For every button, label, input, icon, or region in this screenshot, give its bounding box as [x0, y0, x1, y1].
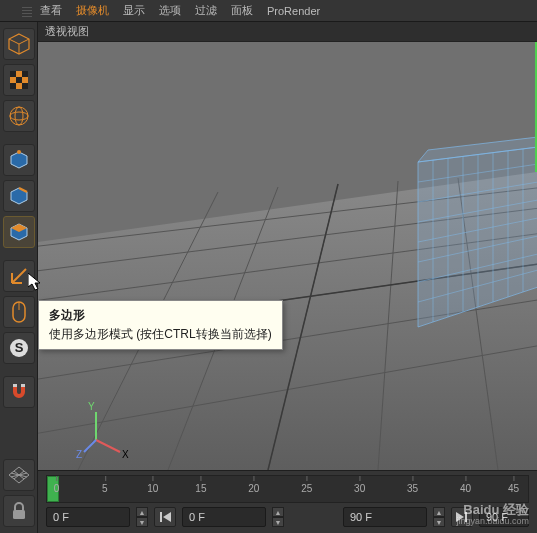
s-badge-icon: S: [8, 337, 30, 359]
svg-rect-29: [13, 510, 25, 519]
svg-rect-7: [22, 83, 28, 89]
axis-mode-button[interactable]: [3, 260, 35, 292]
mode-toolbar: S: [0, 22, 38, 533]
svg-point-9: [10, 112, 28, 120]
end-stepper[interactable]: ▲▼: [433, 507, 445, 527]
svg-text:Y: Y: [88, 401, 95, 412]
svg-rect-5: [16, 77, 22, 83]
cube-point-icon: [8, 149, 30, 171]
tooltip-title: 多边形: [49, 307, 272, 324]
checker-icon: [8, 69, 30, 91]
tick-15: 15: [195, 483, 206, 494]
svg-marker-11: [11, 152, 27, 168]
menu-prorender[interactable]: ProRender: [267, 5, 320, 17]
menu-bar: 查看 摄像机 显示 选项 过滤 面板 ProRender: [0, 0, 537, 22]
menu-view[interactable]: 查看: [40, 3, 62, 18]
polygon-mode-tooltip: 多边形 使用多边形模式 (按住CTRL转换当前选择): [38, 300, 283, 350]
svg-rect-4: [22, 71, 28, 77]
perspective-viewport[interactable]: Y X Z: [38, 42, 537, 470]
svg-line-17: [12, 269, 26, 283]
workplane-button[interactable]: [3, 459, 35, 491]
goto-start-icon: [159, 512, 171, 522]
lock-icon: [10, 501, 28, 521]
goto-start-button[interactable]: [154, 507, 176, 527]
tick-0: 0: [54, 483, 60, 494]
watermark-url: jingyan.baidu.com: [456, 517, 529, 527]
end-frame-field[interactable]: 90 F: [343, 507, 427, 527]
tick-45: 45: [508, 483, 519, 494]
mouse-icon: [9, 300, 29, 324]
start-stepper[interactable]: ▲▼: [272, 507, 284, 527]
svg-point-10: [15, 107, 23, 125]
viewport-title: 透视视图: [45, 24, 89, 39]
sculpt-mode-button[interactable]: [3, 296, 35, 328]
magnet-button[interactable]: [3, 376, 35, 408]
cube-wire-icon: [7, 32, 31, 56]
start-frame-field[interactable]: 0 F: [182, 507, 266, 527]
lock-button[interactable]: [3, 495, 35, 527]
current-frame-field[interactable]: 0 F: [46, 507, 130, 527]
grid-diamond-icon: [7, 465, 31, 485]
svg-marker-69: [163, 512, 171, 522]
menu-filter[interactable]: 过滤: [195, 3, 217, 18]
point-mode-button[interactable]: [3, 144, 35, 176]
svg-point-8: [10, 107, 28, 125]
tick-30: 30: [354, 483, 365, 494]
viewport-title-bar: 透视视图: [0, 22, 537, 42]
magnet-icon: [8, 381, 30, 403]
tick-25: 25: [301, 483, 312, 494]
menu-camera[interactable]: 摄像机: [76, 3, 109, 18]
viewport-canvas-icon: Y X Z: [38, 42, 537, 470]
frame-stepper[interactable]: ▲▼: [136, 507, 148, 527]
svg-rect-70: [160, 512, 162, 522]
uv-mode-button[interactable]: [3, 100, 35, 132]
tick-10: 10: [147, 483, 158, 494]
tooltip-body: 使用多边形模式 (按住CTRL转换当前选择): [49, 326, 272, 343]
tick-5: 5: [102, 483, 108, 494]
timeline-ruler[interactable]: 0 5 10 15 20 25 30 35 40 45: [46, 475, 529, 503]
axis-icon: [8, 265, 30, 287]
sphere-grid-icon: [8, 105, 30, 127]
snap-button[interactable]: S: [3, 332, 35, 364]
texture-mode-button[interactable]: [3, 64, 35, 96]
svg-rect-23: [21, 384, 25, 387]
svg-text:S: S: [14, 340, 23, 355]
menu-panel[interactable]: 面板: [231, 3, 253, 18]
tick-40: 40: [460, 483, 471, 494]
menu-grip-icon[interactable]: [22, 5, 32, 17]
polygon-mode-button[interactable]: [3, 216, 35, 248]
svg-rect-3: [10, 71, 16, 77]
svg-point-12: [17, 150, 21, 154]
svg-rect-22: [13, 384, 17, 387]
tick-20: 20: [248, 483, 259, 494]
model-mode-button[interactable]: [3, 28, 35, 60]
svg-text:X: X: [122, 449, 129, 460]
svg-rect-6: [10, 83, 16, 89]
edge-mode-button[interactable]: [3, 180, 35, 212]
watermark: Baidu 经验 jingyan.baidu.com: [456, 503, 529, 527]
cube-edge-icon: [8, 185, 30, 207]
cube-face-icon: [8, 221, 30, 243]
svg-text:Z: Z: [76, 449, 82, 460]
tick-35: 35: [407, 483, 418, 494]
watermark-brand: Baidu 经验: [456, 503, 529, 517]
menu-display[interactable]: 显示: [123, 3, 145, 18]
menu-options[interactable]: 选项: [159, 3, 181, 18]
